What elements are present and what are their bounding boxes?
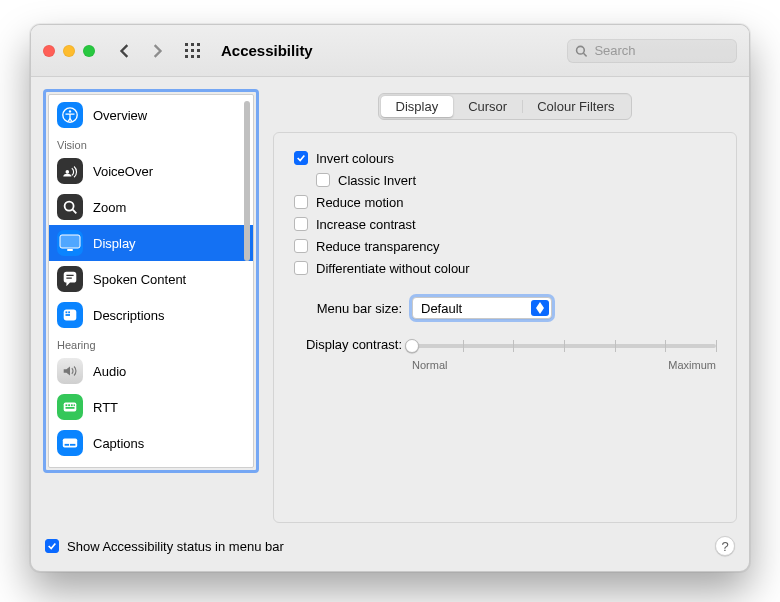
svg-rect-3	[185, 49, 188, 52]
minimize-window[interactable]	[63, 45, 75, 57]
svg-point-12	[69, 110, 71, 112]
svg-rect-23	[66, 404, 68, 406]
sidebar: Overview Vision VoiceOver Zoom	[43, 89, 259, 473]
sidebar-item-label: Display	[93, 236, 136, 251]
svg-rect-0	[185, 43, 188, 46]
svg-rect-27	[66, 407, 75, 409]
display-icon	[57, 230, 83, 256]
sidebar-item-label: RTT	[93, 400, 118, 415]
sidebar-item-label: Audio	[93, 364, 126, 379]
voiceover-icon	[57, 158, 83, 184]
window-controls	[43, 45, 95, 57]
svg-rect-6	[185, 55, 188, 58]
reduce-transparency-label: Reduce transparency	[316, 239, 440, 254]
scrollbar-thumb[interactable]	[244, 101, 250, 261]
checkmark-icon	[47, 541, 57, 551]
back-button[interactable]	[113, 39, 137, 63]
svg-rect-8	[197, 55, 200, 58]
checkmark-icon	[296, 153, 306, 163]
sidebar-item-descriptions[interactable]: Descriptions	[49, 297, 253, 333]
svg-marker-32	[536, 308, 544, 314]
svg-rect-20	[68, 311, 70, 313]
svg-rect-26	[74, 404, 75, 406]
captions-icon	[57, 430, 83, 456]
show-status-menubar-checkbox[interactable]	[45, 539, 59, 553]
sidebar-item-label: Descriptions	[93, 308, 165, 323]
footer: Show Accessibility status in menu bar ?	[31, 525, 749, 571]
display-contrast-label: Display contrast:	[294, 337, 402, 352]
svg-rect-2	[197, 43, 200, 46]
popup-arrows-icon	[531, 300, 549, 316]
forward-button[interactable]	[145, 39, 169, 63]
rtt-icon	[57, 394, 83, 420]
reduce-transparency-checkbox[interactable]	[294, 239, 308, 253]
sidebar-scrollbar[interactable]	[244, 101, 250, 461]
sidebar-item-zoom[interactable]: Zoom	[49, 189, 253, 225]
zoom-window[interactable]	[83, 45, 95, 57]
sidebar-section-hearing: Hearing	[49, 333, 253, 353]
svg-point-14	[65, 202, 74, 211]
sidebar-section-vision: Vision	[49, 133, 253, 153]
differentiate-colour-checkbox[interactable]	[294, 261, 308, 275]
menu-bar-size-value: Default	[421, 301, 462, 316]
search-icon	[575, 44, 587, 58]
contrast-min-label: Normal	[412, 359, 447, 371]
increase-contrast-checkbox[interactable]	[294, 217, 308, 231]
svg-rect-30	[70, 444, 75, 446]
tab-bar: Display Cursor Colour Filters	[378, 93, 633, 120]
svg-rect-1	[191, 43, 194, 46]
svg-point-9	[577, 46, 585, 54]
speaker-icon	[57, 358, 83, 384]
invert-colours-checkbox[interactable]	[294, 151, 308, 165]
sidebar-item-label: Captions	[93, 436, 144, 451]
sidebar-item-spoken-content[interactable]: Spoken Content	[49, 261, 253, 297]
sidebar-item-voiceover[interactable]: VoiceOver	[49, 153, 253, 189]
search-input[interactable]	[592, 42, 729, 59]
sidebar-item-label: Zoom	[93, 200, 126, 215]
help-button[interactable]: ?	[715, 536, 735, 556]
sidebar-item-label: VoiceOver	[93, 164, 153, 179]
search-field[interactable]	[567, 39, 737, 63]
classic-invert-checkbox[interactable]	[316, 173, 330, 187]
invert-colours-label: Invert colours	[316, 151, 394, 166]
tab-colour-filters[interactable]: Colour Filters	[522, 96, 629, 117]
zoom-icon	[57, 194, 83, 220]
svg-rect-19	[66, 311, 68, 313]
speech-bubble-icon	[57, 266, 83, 292]
svg-rect-16	[60, 235, 80, 248]
display-panel: Invert colours Classic Invert Reduce mot…	[273, 132, 737, 523]
menu-bar-size-label: Menu bar size:	[294, 301, 402, 316]
sidebar-item-label: Spoken Content	[93, 272, 186, 287]
sidebar-item-label: Overview	[93, 108, 147, 123]
slider-knob[interactable]	[405, 339, 419, 353]
show-all-button[interactable]	[181, 39, 205, 63]
sidebar-item-display[interactable]: Display	[49, 225, 253, 261]
menu-bar-size-popup[interactable]: Default	[412, 297, 552, 319]
reduce-motion-checkbox[interactable]	[294, 195, 308, 209]
svg-rect-7	[191, 55, 194, 58]
tab-cursor[interactable]: Cursor	[453, 96, 522, 117]
slider-track[interactable]	[412, 344, 716, 348]
content: Display Cursor Colour Filters Invert col…	[273, 89, 737, 523]
close-window[interactable]	[43, 45, 55, 57]
nav-back-forward	[113, 39, 169, 63]
svg-rect-28	[63, 439, 77, 448]
grid-icon	[184, 42, 202, 60]
accessibility-icon	[57, 102, 83, 128]
classic-invert-label: Classic Invert	[338, 173, 416, 188]
contrast-max-label: Maximum	[668, 359, 716, 371]
svg-line-15	[73, 210, 77, 214]
sidebar-item-overview[interactable]: Overview	[49, 97, 253, 133]
sidebar-list[interactable]: Overview Vision VoiceOver Zoom	[49, 95, 253, 463]
reduce-motion-label: Reduce motion	[316, 195, 403, 210]
sidebar-item-audio[interactable]: Audio	[49, 353, 253, 389]
show-status-menubar-label: Show Accessibility status in menu bar	[67, 539, 284, 554]
sidebar-item-captions[interactable]: Captions	[49, 425, 253, 461]
tab-display[interactable]: Display	[381, 96, 454, 117]
svg-rect-21	[66, 314, 71, 316]
svg-rect-24	[68, 404, 70, 406]
display-contrast-slider[interactable]: Display contrast:	[412, 335, 716, 357]
toolbar: Accessibility	[31, 25, 749, 77]
sidebar-item-rtt[interactable]: RTT	[49, 389, 253, 425]
svg-rect-5	[197, 49, 200, 52]
